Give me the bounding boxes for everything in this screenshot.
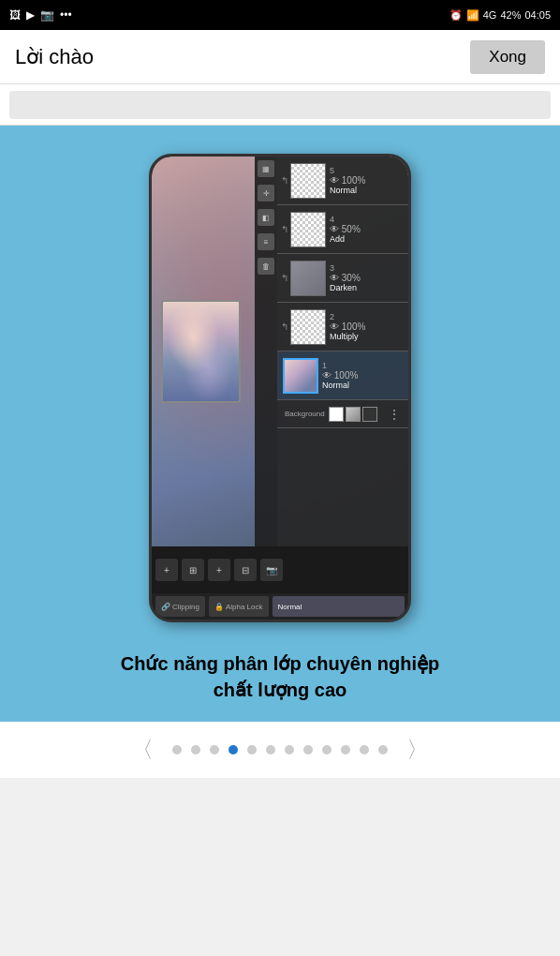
- description-area: Chức năng phân lớp chuyên nghiệp chất lư…: [93, 650, 467, 703]
- dot-7[interactable]: [303, 745, 313, 754]
- layer-thumb-2: [290, 309, 326, 345]
- layer-row-1[interactable]: 1 👁 100% Normal: [277, 351, 408, 400]
- clipping-label: Clipping: [172, 603, 199, 611]
- page-title: Lời chào: [15, 45, 94, 69]
- layer-info-1: 1 👁 100% Normal: [318, 361, 405, 390]
- dot-6[interactable]: [285, 745, 294, 754]
- layer-eye-3: 👁 30%: [330, 273, 405, 283]
- layer-num-2: 2: [330, 312, 405, 321]
- layer-arrow-5: ↰: [281, 175, 288, 186]
- dots-navigation: 〈 〉: [0, 722, 560, 778]
- layer-eye-1: 👁 100%: [322, 370, 405, 381]
- search-bar[interactable]: [9, 91, 551, 119]
- dot-5[interactable]: [266, 745, 275, 754]
- search-bar-area: [0, 84, 560, 126]
- alarm-icon: ⏰: [449, 9, 463, 22]
- layers-panel: ↰ 5 👁 100% Normal: [277, 157, 408, 546]
- wifi-icon: 📶: [466, 9, 479, 22]
- layer-mode-1: Normal: [322, 381, 405, 390]
- next-arrow[interactable]: 〉: [397, 735, 438, 765]
- layer-arrow-4: ↰: [281, 224, 288, 234]
- network-icon: 4G: [483, 9, 497, 21]
- more-options-icon[interactable]: ⋮: [388, 407, 401, 422]
- layer-thumb-4: [290, 212, 326, 247]
- phone-toolbar: + ⊞ + ⊟ 📷: [152, 546, 408, 593]
- dot-3[interactable]: [228, 745, 238, 754]
- bg-white[interactable]: [329, 407, 344, 422]
- dot-2[interactable]: [210, 745, 219, 754]
- layer-mode-3: Darken: [330, 283, 405, 292]
- transform-icon[interactable]: ◧: [258, 209, 274, 226]
- time-display: 04:05: [524, 9, 551, 21]
- delete-icon[interactable]: 🗑: [258, 258, 274, 275]
- camera2-icon[interactable]: 📷: [260, 559, 283, 581]
- side-tools: ▦ ✛ ◧ ≡ 🗑: [255, 157, 277, 546]
- video-icon: ▶: [26, 8, 35, 22]
- dot-9[interactable]: [341, 745, 350, 754]
- dot-8[interactable]: [322, 745, 332, 754]
- alpha-lock-btn[interactable]: 🔒 Alpha Lock: [209, 596, 269, 617]
- layer-num-5: 5: [330, 166, 405, 175]
- more-icon: •••: [60, 8, 72, 22]
- layer-mode-5: Normal: [330, 186, 405, 195]
- dot-4[interactable]: [247, 745, 257, 754]
- normal-mode-label: Normal: [278, 603, 302, 611]
- close-button[interactable]: Xong: [470, 40, 545, 74]
- layer-row-2[interactable]: ↰ 2 👁 100% Multiply: [277, 303, 408, 351]
- phone-mockup: ▦ ✛ ◧ ≡ 🗑 ↰: [107, 144, 453, 632]
- layer-info-3: 3 👁 30% Darken: [326, 263, 405, 292]
- layer-mode-4: Add: [330, 234, 405, 244]
- layer-num-3: 3: [330, 263, 405, 273]
- status-bar-right: ⏰ 📶 4G 42% 04:05: [449, 9, 551, 22]
- layer-info-5: 5 👁 100% Normal: [326, 166, 405, 195]
- layer-info-4: 4 👁 50% Add: [326, 215, 405, 244]
- dot-11[interactable]: [378, 745, 388, 754]
- phone-screen: ▦ ✛ ◧ ≡ 🗑 ↰: [152, 157, 408, 620]
- layer-thumb-3: [290, 261, 326, 296]
- layer-thumb-1: [283, 358, 318, 394]
- alpha-lock-label: Alpha Lock: [226, 603, 263, 611]
- layers-bottom-bar: 🔗 Clipping 🔒 Alpha Lock Normal: [152, 593, 408, 620]
- clipping-btn[interactable]: 🔗 Clipping: [155, 596, 205, 617]
- bg-checker[interactable]: [346, 407, 361, 422]
- bg-dark[interactable]: [362, 407, 377, 422]
- layer-arrow-2: ↰: [281, 321, 288, 332]
- artwork-inner: [163, 302, 239, 401]
- status-bar-left: 🖼 ▶ 📷 •••: [9, 8, 72, 22]
- checkerboard-icon[interactable]: ▦: [258, 160, 274, 177]
- dot-10[interactable]: [360, 745, 369, 754]
- app-screen: ▦ ✛ ◧ ≡ 🗑 ↰: [152, 157, 408, 620]
- battery-text: 42%: [500, 9, 521, 21]
- description-line1: Chức năng phân lớp chuyên nghiệp chất lư…: [121, 650, 439, 703]
- layer-row-5[interactable]: ↰ 5 👁 100% Normal: [277, 157, 408, 205]
- phone-frame: ▦ ✛ ◧ ≡ 🗑 ↰: [149, 154, 411, 622]
- layer-eye-5: 👁 100%: [330, 175, 405, 186]
- carousel-area: ▦ ✛ ◧ ≡ 🗑 ↰: [0, 126, 560, 722]
- add-icon[interactable]: +: [155, 559, 178, 581]
- layer-row-4[interactable]: ↰ 4 👁 50% Add: [277, 205, 408, 254]
- dot-0[interactable]: [172, 745, 182, 754]
- status-bar: 🖼 ▶ 📷 ••• ⏰ 📶 4G 42% 04:05: [0, 0, 560, 30]
- layer-eye-2: 👁 100%: [330, 321, 405, 332]
- prev-arrow[interactable]: 〈: [122, 735, 163, 765]
- move-icon[interactable]: ✛: [258, 185, 274, 202]
- background-row[interactable]: Background ⋮: [277, 400, 408, 428]
- lock-icon: 🔗: [161, 603, 170, 611]
- photo-icon: 🖼: [9, 8, 21, 22]
- background-label: Background: [281, 410, 325, 418]
- artwork-preview: [161, 300, 241, 403]
- blend-mode-btn[interactable]: Normal: [273, 596, 405, 617]
- layer-row-3[interactable]: ↰ 3 👁 30% Darken: [277, 254, 408, 303]
- scroll-icon[interactable]: ≡: [258, 233, 274, 250]
- alphalock-icon: 🔒: [214, 603, 224, 611]
- merge-icon[interactable]: ⊟: [234, 559, 257, 581]
- layer-mode-2: Multiply: [330, 332, 405, 341]
- canvas-area: ▦ ✛ ◧ ≡ 🗑 ↰: [152, 157, 408, 546]
- add2-icon[interactable]: +: [208, 559, 230, 581]
- dot-1[interactable]: [191, 745, 200, 754]
- duplicate-icon[interactable]: ⊞: [182, 559, 204, 581]
- layer-num-4: 4: [330, 215, 405, 224]
- layer-eye-4: 👁 50%: [330, 224, 405, 234]
- layer-thumb-5: [290, 163, 326, 199]
- camera-icon: 📷: [40, 8, 54, 22]
